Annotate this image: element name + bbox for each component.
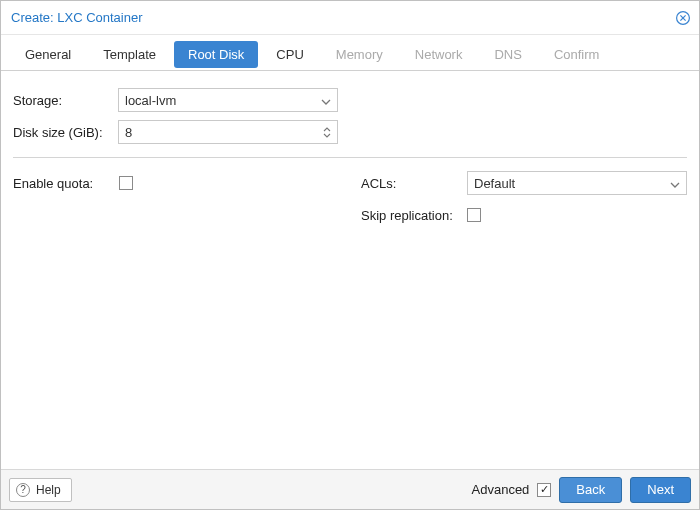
chevron-down-icon — [321, 95, 331, 105]
advanced-columns: Enable quota: ACLs: Default Skip replica… — [13, 168, 687, 232]
advanced-checkbox[interactable] — [537, 483, 551, 497]
dialog-window: Create: LXC Container General Template R… — [0, 0, 700, 510]
storage-value: local-lvm — [125, 93, 176, 108]
enable-quota-checkbox[interactable] — [119, 176, 133, 190]
advanced-label: Advanced — [472, 482, 530, 497]
disk-size-row: Disk size (GiB): 8 — [13, 117, 687, 147]
disk-size-value: 8 — [125, 125, 132, 140]
back-button[interactable]: Back — [559, 477, 622, 503]
footer: ? Help Advanced Back Next — [1, 469, 699, 509]
spinner-icon — [323, 127, 331, 138]
skip-replication-checkbox[interactable] — [467, 208, 481, 222]
window-title: Create: LXC Container — [11, 10, 143, 25]
storage-row: Storage: local-lvm — [13, 85, 687, 115]
chevron-down-icon — [670, 178, 680, 188]
tab-confirm: Confirm — [540, 41, 614, 68]
storage-select[interactable]: local-lvm — [118, 88, 338, 112]
close-icon[interactable] — [675, 10, 691, 26]
help-icon: ? — [16, 483, 30, 497]
tab-cpu[interactable]: CPU — [262, 41, 317, 68]
next-button[interactable]: Next — [630, 477, 691, 503]
acls-select[interactable]: Default — [467, 171, 687, 195]
enable-quota-row: Enable quota: — [13, 168, 321, 198]
help-button[interactable]: ? Help — [9, 478, 72, 502]
form-body: Storage: local-lvm Disk size (GiB): 8 — [1, 71, 699, 469]
wizard-tabs: General Template Root Disk CPU Memory Ne… — [1, 35, 699, 71]
acls-value: Default — [474, 176, 515, 191]
next-label: Next — [647, 482, 674, 497]
storage-label: Storage: — [13, 93, 118, 108]
titlebar: Create: LXC Container — [1, 1, 699, 35]
tab-root-disk[interactable]: Root Disk — [174, 41, 258, 68]
footer-right: Advanced Back Next — [472, 477, 691, 503]
disk-size-label: Disk size (GiB): — [13, 125, 118, 140]
tab-network: Network — [401, 41, 477, 68]
skip-replication-row: Skip replication: — [361, 200, 687, 230]
acls-label: ACLs: — [361, 176, 467, 191]
tab-dns: DNS — [480, 41, 535, 68]
skip-replication-label: Skip replication: — [361, 208, 467, 223]
disk-size-input[interactable]: 8 — [118, 120, 338, 144]
divider — [13, 157, 687, 158]
help-label: Help — [36, 483, 61, 497]
tab-template[interactable]: Template — [89, 41, 170, 68]
enable-quota-label: Enable quota: — [13, 176, 119, 191]
acls-row: ACLs: Default — [361, 168, 687, 198]
back-label: Back — [576, 482, 605, 497]
tab-general[interactable]: General — [11, 41, 85, 68]
tab-memory: Memory — [322, 41, 397, 68]
